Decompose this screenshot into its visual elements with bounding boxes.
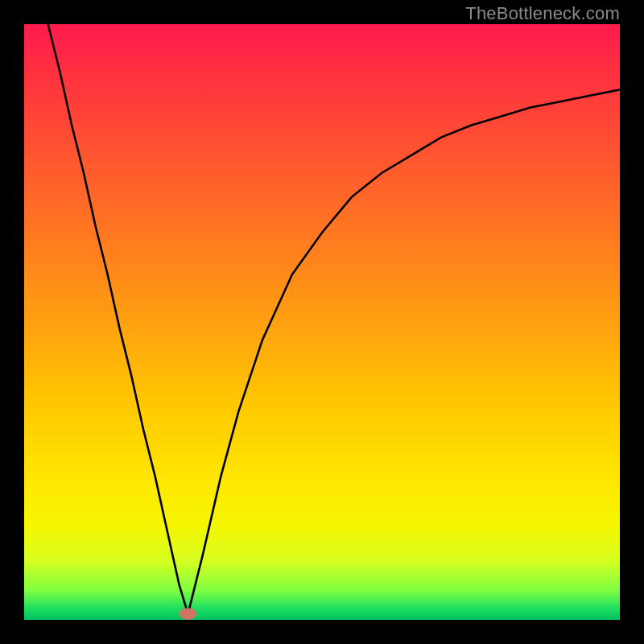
curve-left-branch [48,24,188,614]
chart-frame: TheBottleneck.com [0,0,644,644]
curve-right-branch [188,89,621,613]
curve-svg [24,24,620,620]
plot-area [24,24,620,620]
watermark-text: TheBottleneck.com [465,3,620,24]
min-marker [179,608,196,620]
